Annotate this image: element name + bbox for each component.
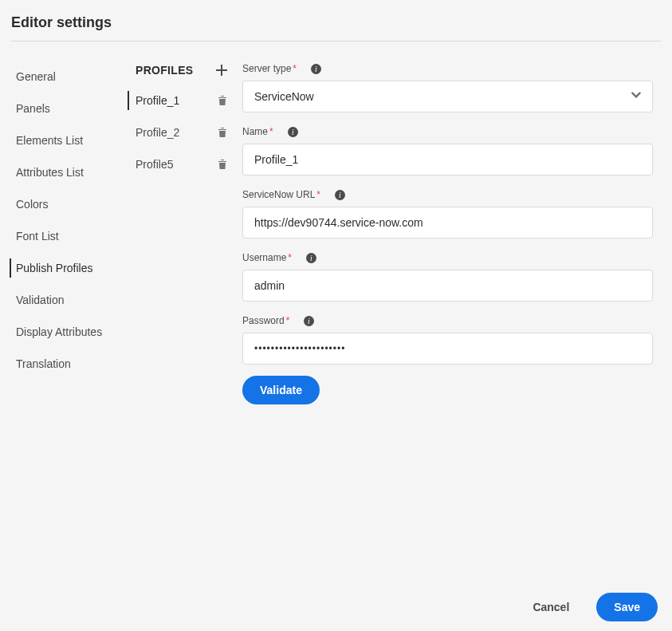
form-column: Server type* i Name* i ServiceNow URL* i xyxy=(234,61,661,404)
required-marker: * xyxy=(293,63,297,74)
page-title: Editor settings xyxy=(11,14,656,31)
info-icon[interactable]: i xyxy=(335,190,345,200)
sidebar-item-colors[interactable]: Colors xyxy=(11,188,131,220)
sidebar-item-general[interactable]: General xyxy=(11,61,131,93)
server-type-label: Server type* i xyxy=(242,63,321,74)
svg-text:i: i xyxy=(339,191,341,199)
name-group: Name* i xyxy=(242,124,653,175)
username-label: Username* i xyxy=(242,252,316,263)
profiles-header: PROFILES xyxy=(131,61,234,88)
sidebar-item-label: Panels xyxy=(16,102,50,115)
sidebar-item-label: Font List xyxy=(16,230,59,243)
sidebar-item-label: Colors xyxy=(16,198,48,211)
trash-icon[interactable] xyxy=(217,159,228,170)
sidebar-item-display-attributes[interactable]: Display Attributes xyxy=(11,316,131,348)
required-marker: * xyxy=(316,189,320,200)
page-header: Editor settings xyxy=(0,0,672,41)
settings-sidebar: General Panels Elements List Attributes … xyxy=(11,61,131,404)
required-marker: * xyxy=(286,315,290,326)
sidebar-item-label: Display Attributes xyxy=(16,325,102,338)
required-marker: * xyxy=(269,126,273,137)
label-text: Username xyxy=(242,252,286,263)
server-type-select-wrap xyxy=(242,81,653,112)
info-icon[interactable]: i xyxy=(304,316,314,326)
sidebar-item-attributes-list[interactable]: Attributes List xyxy=(11,156,131,188)
username-group: Username* i xyxy=(242,250,653,302)
trash-icon[interactable] xyxy=(217,95,228,106)
trash-icon[interactable] xyxy=(217,127,228,138)
url-input[interactable] xyxy=(242,207,653,239)
url-label: ServiceNow URL* i xyxy=(242,189,345,200)
sidebar-item-label: Publish Profiles xyxy=(16,262,93,274)
username-input[interactable] xyxy=(242,270,653,302)
svg-text:i: i xyxy=(310,254,312,262)
svg-text:i: i xyxy=(315,65,317,73)
sidebar-item-label: Translation xyxy=(16,357,71,370)
sidebar-item-label: Attributes List xyxy=(16,166,84,179)
name-label: Name* i xyxy=(242,126,298,137)
sidebar-item-label: Validation xyxy=(16,294,64,306)
sidebar-item-translation[interactable]: Translation xyxy=(11,348,131,380)
content-area: General Panels Elements List Attributes … xyxy=(0,41,672,404)
name-input[interactable] xyxy=(242,144,653,175)
sidebar-item-font-list[interactable]: Font List xyxy=(11,220,131,252)
url-group: ServiceNow URL* i xyxy=(242,187,653,239)
label-text: Server type xyxy=(242,63,291,74)
server-type-select[interactable] xyxy=(242,81,653,112)
sidebar-item-publish-profiles[interactable]: Publish Profiles xyxy=(11,252,131,284)
server-type-group: Server type* i xyxy=(242,61,653,112)
profiles-column: PROFILES Profile_1 Profile_2 Profile5 xyxy=(131,61,234,404)
profile-item[interactable]: Profile_2 xyxy=(131,120,234,145)
svg-text:i: i xyxy=(308,317,310,325)
profiles-header-label: PROFILES xyxy=(136,64,193,77)
add-profile-icon[interactable] xyxy=(215,64,228,77)
svg-text:i: i xyxy=(292,128,294,136)
label-text: Name xyxy=(242,126,268,137)
label-text: Password xyxy=(242,315,285,326)
profile-item-label: Profile_2 xyxy=(136,126,179,139)
validate-button[interactable]: Validate xyxy=(242,376,320,404)
sidebar-item-label: General xyxy=(16,70,56,83)
label-text: ServiceNow URL xyxy=(242,189,315,200)
required-marker: * xyxy=(288,252,292,263)
info-icon[interactable]: i xyxy=(288,127,298,137)
sidebar-item-label: Elements List xyxy=(16,134,83,147)
profile-item[interactable]: Profile_1 xyxy=(131,88,234,113)
password-group: Password* i •••••••••••••••••••••• xyxy=(242,313,653,365)
profile-item[interactable]: Profile5 xyxy=(131,152,234,177)
password-mask: •••••••••••••••••••••• xyxy=(254,343,345,354)
cancel-button[interactable]: Cancel xyxy=(517,593,585,621)
sidebar-item-validation[interactable]: Validation xyxy=(11,284,131,316)
info-icon[interactable]: i xyxy=(306,253,316,263)
profile-item-label: Profile_1 xyxy=(136,94,179,107)
info-icon[interactable]: i xyxy=(311,64,321,74)
password-label: Password* i xyxy=(242,315,314,326)
password-input[interactable]: •••••••••••••••••••••• xyxy=(242,333,653,365)
sidebar-item-elements-list[interactable]: Elements List xyxy=(11,124,131,156)
sidebar-item-panels[interactable]: Panels xyxy=(11,93,131,124)
save-button[interactable]: Save xyxy=(596,593,658,621)
profile-item-label: Profile5 xyxy=(136,158,173,171)
footer-actions: Cancel Save xyxy=(517,593,658,621)
